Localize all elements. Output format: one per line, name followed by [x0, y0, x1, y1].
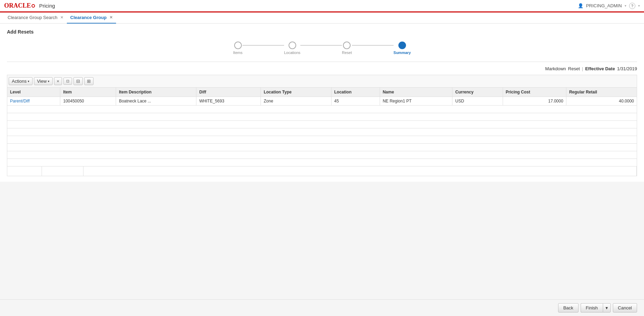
- effective-date-value: 1/31/2019: [617, 66, 637, 71]
- col-item-description: Item Description: [116, 88, 196, 97]
- step-summary-circle: [398, 42, 406, 49]
- actions-button[interactable]: Actions ▾: [9, 77, 33, 85]
- table-empty-row: [7, 106, 637, 113]
- step-locations: Locations: [284, 42, 300, 55]
- oracle-logo: ORACLE: [4, 2, 35, 9]
- cell-location-type: Zone: [261, 97, 332, 106]
- table-footer: [7, 166, 637, 176]
- data-table: Level Item Item Description Diff Locatio…: [7, 87, 637, 166]
- col-location-type: Location Type: [261, 88, 332, 97]
- cell-regular-retail: 40.0000: [566, 97, 637, 106]
- page-title: Add Resets: [7, 29, 637, 35]
- pipe-separator: |: [582, 66, 583, 71]
- cell-name: NE Region1 PT: [380, 97, 452, 106]
- col-level: Level: [7, 88, 60, 97]
- actions-label: Actions: [12, 79, 27, 84]
- step-connector-2: [300, 45, 342, 46]
- reset-label: Reset: [568, 66, 580, 71]
- reorder-icon: ⊞: [87, 79, 91, 84]
- toolbar: Actions ▾ View ▾ × ⊡ ⊟ ⊞: [7, 75, 637, 87]
- effective-date-label: Effective Date: [585, 66, 615, 71]
- col-location: Location: [331, 88, 380, 97]
- col-regular-retail: Regular Retail: [566, 88, 637, 97]
- tab-clearance-group-search-close[interactable]: ✕: [60, 15, 63, 20]
- oracle-registered-icon: [32, 4, 35, 8]
- col-item: Item: [60, 88, 116, 97]
- step-summary-label: Summary: [394, 51, 411, 55]
- separator: [7, 62, 637, 62]
- table-empty-row: [7, 159, 637, 166]
- table-empty-row: [7, 144, 637, 151]
- step-items: Items: [233, 42, 242, 55]
- actions-chevron-icon: ▾: [28, 80, 29, 83]
- view-label: View: [37, 79, 47, 84]
- help-icon[interactable]: ?: [629, 3, 635, 9]
- detach-button[interactable]: ⊡: [63, 78, 72, 85]
- step-items-circle: [234, 42, 242, 49]
- step-summary: Summary: [394, 42, 411, 55]
- footer-cell-1: [7, 166, 42, 176]
- table-empty-row: [7, 121, 637, 128]
- view-button[interactable]: View ▾: [34, 77, 53, 85]
- tab-clearance-group-label: Clearance Group: [70, 15, 107, 20]
- step-items-label: Items: [233, 51, 242, 55]
- cell-location: 45: [331, 97, 380, 106]
- view-chevron-icon: ▾: [48, 80, 50, 83]
- tab-clearance-group[interactable]: Clearance Group ✕: [67, 12, 116, 24]
- filter-button[interactable]: ⊟: [73, 77, 83, 85]
- top-bar: ORACLE Pricing 👤 PRICING_ADMIN ▾ ? ▾: [0, 0, 644, 12]
- markdown-label: Markdown: [545, 66, 566, 71]
- tab-bar: Clearance Group Search ✕ Clearance Group…: [0, 12, 644, 24]
- col-pricing-cost: Pricing Cost: [503, 88, 566, 97]
- table-row[interactable]: Parent/Diff 100450050 Boatneck Lace ... …: [7, 97, 637, 106]
- effective-date-row: Markdown Reset | Effective Date 1/31/201…: [7, 66, 637, 71]
- close-button[interactable]: ×: [54, 77, 62, 85]
- step-locations-circle: [289, 42, 296, 49]
- table-empty-row: [7, 113, 637, 121]
- username-label: PRICING_ADMIN: [586, 3, 622, 8]
- top-bar-right: 👤 PRICING_ADMIN ▾ ? ▾: [578, 3, 640, 9]
- cell-pricing-cost: 17.0000: [503, 97, 566, 106]
- top-bar-left: ORACLE Pricing: [4, 2, 55, 9]
- table-empty-row: [7, 136, 637, 144]
- col-diff: Diff: [196, 88, 261, 97]
- stepper-row: Items Locations Reset Summary: [233, 42, 411, 55]
- step-locations-label: Locations: [284, 51, 300, 55]
- table-empty-row: [7, 151, 637, 159]
- reorder-button[interactable]: ⊞: [84, 77, 94, 85]
- cell-item-description: Boatneck Lace ...: [116, 97, 196, 106]
- table-body: Parent/Diff 100450050 Boatneck Lace ... …: [7, 97, 637, 166]
- step-reset: Reset: [342, 42, 352, 55]
- step-connector-3: [352, 45, 394, 46]
- app-title: Pricing: [39, 3, 55, 9]
- cell-diff: WHITE_5693: [196, 97, 261, 106]
- col-name: Name: [380, 88, 452, 97]
- main-content: Add Resets Items Locations Reset Summary: [0, 24, 644, 182]
- footer-cell-2: [42, 166, 83, 176]
- cell-item: 100450050: [60, 97, 116, 106]
- footer-cell-3: [83, 166, 637, 176]
- table-header: Level Item Item Description Diff Locatio…: [7, 88, 637, 97]
- table-header-row: Level Item Item Description Diff Locatio…: [7, 88, 637, 97]
- step-reset-circle: [343, 42, 351, 49]
- filter-icon: ⊟: [76, 79, 80, 84]
- step-connector-1: [242, 45, 284, 46]
- tab-clearance-group-search[interactable]: Clearance Group Search ✕: [4, 12, 67, 24]
- tab-clearance-group-search-label: Clearance Group Search: [8, 15, 58, 20]
- step-reset-label: Reset: [342, 51, 352, 55]
- col-currency: Currency: [452, 88, 503, 97]
- oracle-text: ORACLE: [4, 2, 31, 9]
- tab-clearance-group-close[interactable]: ✕: [109, 15, 113, 20]
- user-icon: 👤: [578, 3, 583, 8]
- cell-level[interactable]: Parent/Diff: [7, 97, 60, 106]
- stepper: Items Locations Reset Summary: [7, 42, 637, 55]
- help-chevron-icon[interactable]: ▾: [638, 4, 640, 8]
- table-empty-row: [7, 128, 637, 136]
- cell-currency: USD: [452, 97, 503, 106]
- user-chevron-icon[interactable]: ▾: [625, 4, 626, 8]
